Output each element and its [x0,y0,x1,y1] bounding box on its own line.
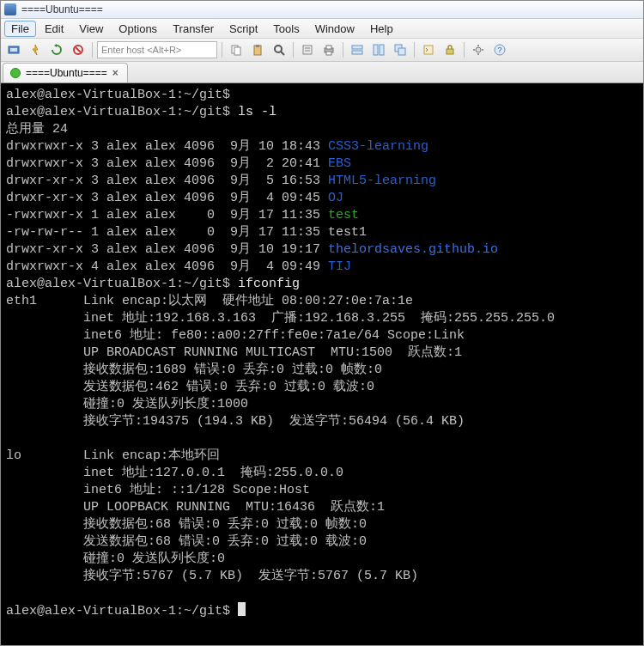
terminal[interactable]: alex@alex-VirtualBox-1:~/git$ alex@alex-… [1,83,643,645]
svg-point-24 [476,47,481,52]
find-icon[interactable] [270,41,289,58]
reconnect-icon[interactable] [47,41,66,58]
tab-label: ====Ubuntu==== [26,67,107,79]
script-icon[interactable] [419,41,438,58]
svg-rect-21 [398,48,405,55]
menu-file[interactable]: File [4,21,36,37]
app-icon [4,3,16,15]
toolbar-sep [222,42,222,58]
connected-icon [10,68,21,78]
toolbar-sep [293,42,294,58]
svg-line-9 [281,52,284,55]
svg-rect-5 [234,47,240,55]
menu-help[interactable]: Help [363,21,400,37]
print-icon[interactable] [319,41,338,58]
copy-icon[interactable] [227,41,246,58]
svg-rect-19 [380,45,384,55]
toolbar-sep [414,42,415,58]
close-tab-button[interactable]: × [112,67,118,79]
svg-rect-16 [352,46,362,49]
app-window: ====Ubuntu==== File Edit View Options Tr… [0,0,644,646]
svg-rect-23 [447,49,453,54]
svg-point-8 [275,46,282,52]
tile-h-icon[interactable] [348,41,367,58]
toolbar: Enter host <Alt+R> ? [1,39,643,62]
menu-edit[interactable]: Edit [38,21,70,37]
svg-rect-14 [326,46,331,49]
svg-rect-18 [374,45,378,55]
menu-script[interactable]: Script [222,21,264,37]
svg-line-3 [76,47,81,52]
toolbar-sep [343,42,343,58]
svg-rect-22 [424,46,433,54]
title-bar: ====Ubuntu==== [1,1,643,19]
tab-session[interactable]: ====Ubuntu==== × [3,63,128,82]
host-input[interactable]: Enter host <Alt+R> [97,41,217,58]
svg-rect-17 [352,51,362,54]
svg-rect-1 [10,48,17,52]
cascade-icon[interactable] [391,41,410,58]
svg-rect-10 [303,46,312,54]
paste-icon[interactable] [248,41,267,58]
lock-icon[interactable] [440,41,459,58]
svg-rect-15 [326,52,331,55]
properties-icon[interactable] [298,41,317,58]
svg-rect-7 [256,45,259,47]
menu-window[interactable]: Window [308,21,361,37]
menu-bar: File Edit View Options Transfer Script T… [1,19,643,39]
menu-view[interactable]: View [72,21,110,37]
connect-icon[interactable] [4,41,23,58]
menu-options[interactable]: Options [112,21,164,37]
toolbar-sep [464,42,465,58]
host-placeholder: Enter host <Alt+R> [101,45,181,55]
tile-v-icon[interactable] [369,41,388,58]
quick-connect-icon[interactable] [26,41,45,58]
svg-text:?: ? [497,46,501,54]
menu-transfer[interactable]: Transfer [166,21,221,37]
toolbar-sep [92,42,93,58]
menu-tools[interactable]: Tools [266,21,306,37]
settings-icon[interactable] [469,41,488,58]
help-icon[interactable]: ? [490,41,509,58]
tab-strip: ====Ubuntu==== × [1,62,643,83]
window-title: ====Ubuntu==== [21,3,103,15]
disconnect-icon[interactable] [69,41,88,58]
